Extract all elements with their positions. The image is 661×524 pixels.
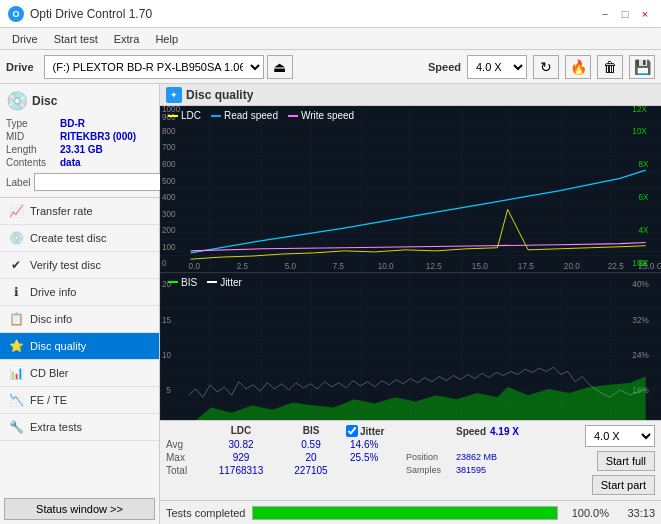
svg-text:24%: 24% — [632, 350, 649, 359]
main-layout: 💿 Disc Type BD-R MID RITEKBR3 (000) Leng… — [0, 84, 661, 524]
svg-text:17.5: 17.5 — [518, 262, 534, 271]
read-speed-color — [211, 115, 221, 117]
content-area: ✦ Disc quality LDC Read speed — [160, 84, 661, 524]
menu-drive[interactable]: Drive — [4, 31, 46, 47]
type-value: BD-R — [60, 118, 85, 129]
svg-text:0: 0 — [162, 259, 167, 268]
svg-text:2.5: 2.5 — [237, 262, 249, 271]
eject-button[interactable]: ⏏ — [267, 55, 293, 79]
disc-info-panel: 💿 Disc Type BD-R MID RITEKBR3 (000) Leng… — [0, 84, 159, 198]
nav-label-cd-bler: CD Bler — [30, 367, 69, 379]
bottom-chart-svg: 0 5 10 15 20 8% 16% 24% 32% 40% — [160, 273, 661, 420]
disc-quality-icon: ⭐ — [8, 338, 24, 354]
disc-quality-title: Disc quality — [186, 88, 253, 102]
svg-text:300: 300 — [162, 210, 176, 219]
disc-field-contents: Contents data — [6, 157, 153, 168]
nav-item-create-test-disc[interactable]: 💿 Create test disc — [0, 225, 159, 252]
nav-item-verify-test-disc[interactable]: ✔ Verify test disc — [0, 252, 159, 279]
maximize-button[interactable]: □ — [617, 6, 633, 22]
svg-text:25.0 GB: 25.0 GB — [639, 262, 661, 271]
jitter-check-cell: Jitter — [346, 425, 456, 437]
refresh-button[interactable]: ↻ — [533, 55, 559, 79]
title-bar: O Opti Drive Control 1.70 − □ × — [0, 0, 661, 28]
menu-extra[interactable]: Extra — [106, 31, 148, 47]
drive-select[interactable]: (F:) PLEXTOR BD-R PX-LB950SA 1.06 — [44, 55, 264, 79]
legend-write-speed-label: Write speed — [301, 110, 354, 121]
burn-button[interactable]: 🔥 — [565, 55, 591, 79]
nav-label-disc-quality: Disc quality — [30, 340, 86, 352]
mid-label: MID — [6, 131, 56, 142]
start-full-button[interactable]: Start full — [597, 451, 655, 471]
drive-label: Drive — [6, 61, 34, 73]
cd-bler-icon: 📊 — [8, 365, 24, 381]
type-label: Type — [6, 118, 56, 129]
start-part-button[interactable]: Start part — [592, 475, 655, 495]
nav-item-extra-tests[interactable]: 🔧 Extra tests — [0, 414, 159, 441]
max-label: Max — [166, 452, 206, 463]
stats-max-row: Max 929 20 25.5% Position 23862 MB — [166, 452, 577, 463]
legend-write-speed: Write speed — [288, 110, 354, 121]
chart-bottom-legend: BIS Jitter — [168, 277, 242, 288]
progress-label: Tests completed — [166, 507, 246, 519]
nav-item-transfer-rate[interactable]: 📈 Transfer rate — [0, 198, 159, 225]
nav-item-fe-te[interactable]: 📉 FE / TE — [0, 387, 159, 414]
nav-item-disc-quality[interactable]: ⭐ Disc quality — [0, 333, 159, 360]
total-ldc: 11768313 — [206, 465, 276, 476]
erase-button[interactable]: 🗑 — [597, 55, 623, 79]
svg-text:100: 100 — [162, 243, 176, 252]
svg-text:4X: 4X — [639, 226, 650, 235]
svg-text:15.0: 15.0 — [472, 262, 488, 271]
speed-select[interactable]: 4.0 X — [467, 55, 527, 79]
position-value: 23862 MB — [456, 452, 546, 463]
contents-label: Contents — [6, 157, 56, 168]
menu-start-test[interactable]: Start test — [46, 31, 106, 47]
speed-cell: Speed 4.19 X — [456, 425, 546, 437]
position-label: Position — [406, 452, 456, 463]
jitter-checkbox[interactable] — [346, 425, 358, 437]
nav-item-drive-info[interactable]: ℹ Drive info — [0, 279, 159, 306]
nav-item-cd-bler[interactable]: 📊 CD Bler — [0, 360, 159, 387]
speed-select-stats[interactable]: 4.0 X — [585, 425, 655, 447]
samples-value: 381595 — [456, 465, 546, 476]
minimize-button[interactable]: − — [597, 6, 613, 22]
legend-bis-label: BIS — [181, 277, 197, 288]
nav-label-drive-info: Drive info — [30, 286, 76, 298]
drive-select-wrapper: (F:) PLEXTOR BD-R PX-LB950SA 1.06 ⏏ — [44, 55, 422, 79]
svg-text:10.0: 10.0 — [378, 262, 394, 271]
col-ldc-header: LDC — [206, 425, 276, 437]
svg-text:10: 10 — [162, 350, 172, 359]
title-controls: − □ × — [597, 6, 653, 22]
disc-title: Disc — [32, 94, 57, 108]
disc-header: 💿 Disc — [6, 90, 153, 112]
app-icon: O — [8, 6, 24, 22]
svg-text:5: 5 — [166, 386, 171, 395]
svg-text:10X: 10X — [632, 127, 647, 136]
speed-label: Speed — [428, 61, 461, 73]
close-button[interactable]: × — [637, 6, 653, 22]
transfer-rate-icon: 📈 — [8, 203, 24, 219]
chart-bottom: BIS Jitter 0 5 10 15 — [160, 273, 661, 420]
status-window-button[interactable]: Status window >> — [4, 498, 155, 520]
extra-tests-icon: 🔧 — [8, 419, 24, 435]
svg-text:5.0: 5.0 — [285, 262, 297, 271]
avg-jitter: 14.6% — [346, 439, 456, 450]
svg-text:6X: 6X — [639, 193, 650, 202]
drive-toolbar: Drive (F:) PLEXTOR BD-R PX-LB950SA 1.06 … — [0, 50, 661, 84]
label-input[interactable] — [34, 173, 167, 191]
svg-text:12.5: 12.5 — [426, 262, 442, 271]
length-label: Length — [6, 144, 56, 155]
legend-read-speed-label: Read speed — [224, 110, 278, 121]
progress-bar-inner — [253, 507, 557, 519]
write-speed-color — [288, 115, 298, 117]
nav-item-disc-info[interactable]: 📋 Disc info — [0, 306, 159, 333]
disc-field-type: Type BD-R — [6, 118, 153, 129]
total-label: Total — [166, 465, 206, 476]
disc-icon: 💿 — [6, 90, 28, 112]
progress-area: Tests completed 100.0% 33:13 — [160, 500, 661, 524]
chart-top: LDC Read speed Write speed — [160, 106, 661, 273]
speed-header: Speed — [456, 426, 486, 437]
menu-help[interactable]: Help — [147, 31, 186, 47]
disc-field-mid: MID RITEKBR3 (000) — [6, 131, 153, 142]
stats-header-row: LDC BIS Jitter Speed 4.19 X — [166, 425, 577, 437]
save-button[interactable]: 💾 — [629, 55, 655, 79]
